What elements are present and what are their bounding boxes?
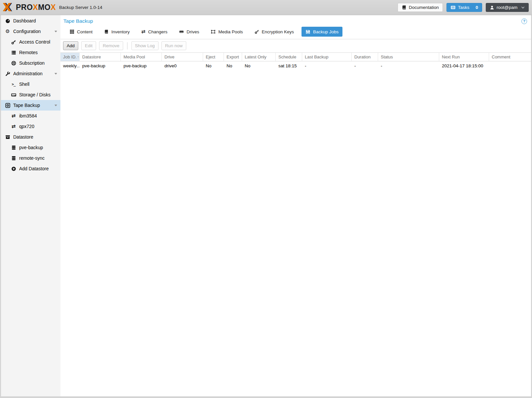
collapse-caret-icon[interactable] [54,105,57,106]
sidebar-item-label: Dashboard [13,18,36,23]
cell-last-backup: - [302,61,352,70]
book-icon [402,5,407,10]
dashboard-icon [4,18,11,23]
column-header-status[interactable]: Status [378,53,439,61]
documentation-button[interactable]: Documentation [398,3,443,12]
cell-eject: No [203,61,224,70]
logo-mark-x: X [3,1,11,14]
drive-icon [179,29,184,34]
sidebar-item-storage-disks[interactable]: Storage / Disks [1,89,60,100]
wordmark-seg-orange: X [51,3,56,12]
column-header-job-id[interactable]: Job ID.↑ [60,53,80,61]
cell-status: - [378,61,439,70]
column-header-duration[interactable]: Duration [352,53,378,61]
sort-ascending-icon: ↑ [77,55,79,59]
sidebar-item-datastore[interactable]: Datastore [1,132,60,142]
documentation-label: Documentation [409,5,439,10]
database-icon [10,145,17,150]
tab-content[interactable]: Content [66,27,96,37]
wordmark-seg: PRO [16,3,33,12]
add-button[interactable]: Add [63,41,78,50]
user-menu-button[interactable]: root@pam [486,3,529,12]
toolbar-separator [127,42,127,50]
column-header-export[interactable]: Export [224,53,242,61]
object-group-icon [211,29,216,34]
sidebar-item-configuration[interactable]: ⚙ Configuration [1,26,60,37]
cell-datastore: pve-backup [80,61,121,70]
tab-inventory[interactable]: Inventory [100,27,134,37]
column-header-comment[interactable]: Comment [489,53,531,61]
tab-label: Backup Jobs [313,29,338,34]
table-header-row: Job ID.↑ Datastore Media Pool Drive Ejec… [60,53,531,61]
sidebar-item-access-control[interactable]: Access Control [1,37,60,47]
edit-button[interactable]: Edit [81,41,96,50]
archive-icon [4,135,11,140]
column-header-datastore[interactable]: Datastore [80,53,121,61]
sidebar-item-administration[interactable]: Administration [1,68,60,79]
sidebar-item-dashboard[interactable]: Dashboard [1,16,60,26]
tasks-button[interactable]: Tasks 0 [446,3,482,12]
user-label: root@pam [497,5,517,10]
hdd-icon [10,92,17,97]
proxmox-wordmark: PROXMOX [16,3,56,12]
sidebar-item-subscription[interactable]: Subscription [1,58,60,68]
table-row[interactable]: weekly… pve-backup pve-backup drive0 No … [60,61,531,70]
sidebar-item-label: Remotes [19,50,38,55]
database-icon [10,156,17,161]
sidebar-item-label: pve-backup [19,145,43,150]
column-header-media-pool[interactable]: Media Pool [121,53,162,61]
save-icon [305,29,310,34]
remove-button[interactable]: Remove [99,41,123,50]
sidebar-item-remotes[interactable]: Remotes [1,47,60,58]
proxmox-logo: X X PROXMOX [3,2,56,13]
sidebar-item-label: Datastore [13,134,33,140]
exchange-icon: ⇄ [141,29,146,34]
tab-media-pools[interactable]: Media Pools [207,27,247,37]
cell-latest-only: No [242,61,276,70]
tab-changers[interactable]: ⇄ Changers [137,27,171,37]
cell-drive: drive0 [162,61,203,70]
sidebar-item-label: Shell [19,82,29,87]
product-version-label: Backup Server 1.0-14 [59,5,102,10]
column-header-drive[interactable]: Drive [162,53,203,61]
sidebar-item-label: Add Datastore [19,166,49,171]
chevron-down-icon [521,6,525,9]
column-header-last-backup[interactable]: Last Backup [302,53,352,61]
sidebar-item-ibm3584[interactable]: ⇄ ibm3584 [1,111,60,121]
proxmox-logo-mark-icon: X X [3,2,15,13]
collapse-caret-icon[interactable] [54,31,57,32]
tab-label: Inventory [111,29,130,34]
show-log-button[interactable]: Show Log [131,41,159,50]
column-header-next-run[interactable]: Next Run [439,53,489,61]
grid-icon [70,29,74,34]
help-button[interactable]: ? [521,18,527,24]
cell-next-run: 2021-04-17 18:15:00 [439,61,489,70]
tab-label: Media Pools [218,29,243,34]
key-icon [10,40,17,45]
sidebar-item-pve-backup[interactable]: pve-backup [1,142,60,153]
column-header-schedule[interactable]: Schedule [276,53,302,61]
tasks-label: Tasks [458,5,470,10]
tab-label: Content [77,29,92,34]
tab-drives[interactable]: Drives [175,27,203,37]
collapse-caret-icon[interactable] [54,73,57,75]
sidebar-item-shell[interactable]: >_ Shell [1,79,60,89]
sidebar-item-tape-backup[interactable]: Tape Backup [1,100,60,111]
sidebar-item-qpx720[interactable]: ⇄ qpx720 [1,121,60,132]
column-header-latest-only[interactable]: Latest Only [242,53,276,61]
exchange-icon: ⇄ [10,114,17,118]
sidebar-item-label: ibm3584 [19,113,37,118]
run-now-button[interactable]: Run now [161,41,186,50]
book-icon [104,29,109,34]
sidebar-item-add-datastore[interactable]: Add Datastore [1,163,60,174]
cell-duration: - [352,61,378,70]
tasks-count-badge: 0 [476,5,478,10]
tab-encryption-keys[interactable]: Encryption Keys [251,27,298,37]
cell-schedule: sat 18:15 [276,61,302,70]
wrench-icon [4,71,11,76]
column-header-eject[interactable]: Eject [203,53,224,61]
tab-backup-jobs[interactable]: Backup Jobs [301,27,342,37]
sidebar-item-remote-sync[interactable]: remote-sync [1,153,60,163]
sidebar-item-label: Storage / Disks [19,92,51,97]
sidebar-item-label: qpx720 [19,124,34,129]
